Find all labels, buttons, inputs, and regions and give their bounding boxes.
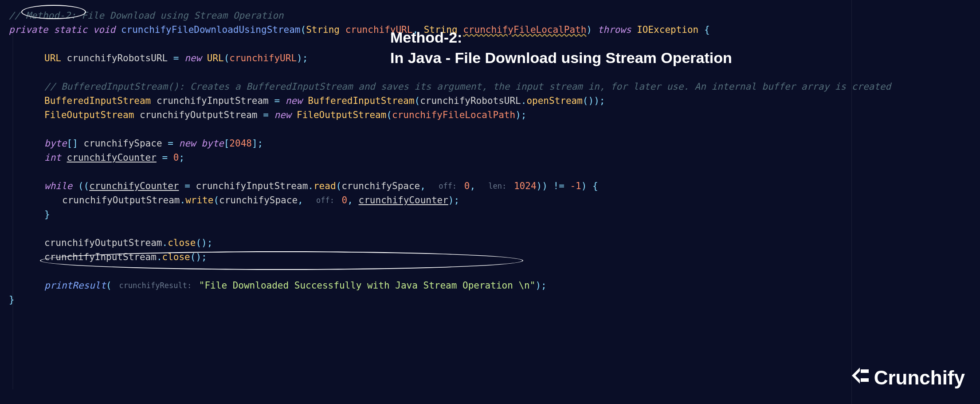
brace-open: { <box>592 179 598 194</box>
semicolon: ; <box>207 236 213 250</box>
method-call: openStream <box>526 94 582 108</box>
var-out: crunchifyOutputStream <box>62 194 180 208</box>
brackets: [] <box>67 137 78 151</box>
method-close: close <box>162 250 190 265</box>
dot: . <box>308 179 314 194</box>
blank-line <box>9 222 971 236</box>
blank-line <box>9 265 971 279</box>
ctor-name: URL <box>207 51 224 66</box>
number-literal: 0 <box>342 194 348 208</box>
ctor-name: BufferedInputStream <box>308 94 414 108</box>
comma: , <box>470 179 486 194</box>
code-line: crunchifyOutputStream . write ( crunchif… <box>9 194 971 208</box>
comma: , <box>420 179 437 194</box>
method-name: crunchifyFileDownloadUsingStream <box>121 23 301 37</box>
keyword-private: private <box>9 23 48 37</box>
paren-close: ) <box>297 51 302 66</box>
annotation-callout: Method-2: In Java - File Download using … <box>390 28 732 68</box>
callout-line2: In Java - File Download using Stream Ope… <box>390 48 732 68</box>
code-line: } <box>9 293 971 307</box>
inlay-hint-off: off: <box>437 181 459 192</box>
comment-text: // Method-2: File Download using Stream … <box>9 9 284 23</box>
arg-counter: crunchifyCounter <box>359 194 448 208</box>
code-line: int crunchifyCounter = 0 ; <box>9 151 971 165</box>
arg-space: crunchifySpace <box>341 179 420 194</box>
var-counter: crunchifyCounter <box>89 179 179 194</box>
parens: () <box>190 250 201 265</box>
var-in: crunchifyInputStream <box>196 179 308 194</box>
keyword-new: new <box>184 51 201 66</box>
semicolon: ; <box>541 279 547 293</box>
paren-open: ( <box>301 23 306 37</box>
semicolon: ; <box>302 51 308 66</box>
ctor-name: FileOutputStream <box>297 108 386 123</box>
semicolon: ; <box>179 151 185 165</box>
code-line: } <box>9 208 971 222</box>
semicolon: ; <box>521 108 527 123</box>
paren-close: ) <box>535 279 541 293</box>
param-type: String <box>306 23 340 37</box>
brace-close: } <box>44 208 50 222</box>
keyword-new: new <box>179 137 196 151</box>
arg-space: crunchifySpace <box>219 194 298 208</box>
var-out: crunchifyOutputStream <box>44 236 162 250</box>
paren-open: ( <box>415 94 420 108</box>
parens: () <box>196 236 207 250</box>
number-literal: 1024 <box>514 179 537 194</box>
number-literal: 0 <box>464 179 470 194</box>
assign-op: = <box>162 151 168 165</box>
method-close: close <box>168 236 196 250</box>
inlay-hint-result: crunchifyResult: <box>117 280 193 292</box>
semicolon: ; <box>600 94 605 108</box>
parens: ()) <box>583 94 600 108</box>
arg-name: crunchifyURL <box>229 51 297 66</box>
paren-open: ( <box>224 51 230 66</box>
keyword-new: new <box>286 94 302 108</box>
code-line: // Method-2: File Download using Stream … <box>9 9 971 23</box>
neq-op: != <box>553 179 564 194</box>
dot: . <box>162 236 168 250</box>
type-byte: byte <box>44 137 67 151</box>
type-name: BufferedInputStream <box>44 94 151 108</box>
var-name: crunchifySpace <box>84 137 162 151</box>
assign-op: = <box>173 51 179 66</box>
paren-open: ( <box>386 108 392 123</box>
comma: , <box>298 194 314 208</box>
semicolon: ; <box>201 250 207 265</box>
code-line: byte [] crunchifySpace = new byte [ 2048… <box>9 137 971 151</box>
code-line: crunchifyInputStream . close () ; <box>9 250 971 265</box>
string-literal: "File Downloaded Successfully with Java … <box>199 279 536 293</box>
svg-rect-1 <box>861 378 869 382</box>
paren-open: ( <box>213 194 219 208</box>
assign-op: = <box>274 94 280 108</box>
code-line: FileOutputStream crunchifyOutputStream =… <box>9 108 971 123</box>
crunchify-logo: Crunchify <box>849 363 965 392</box>
dot: . <box>157 250 162 265</box>
blank-line <box>9 165 971 179</box>
code-line: crunchifyOutputStream . close () ; <box>9 236 971 250</box>
assign-op: = <box>168 137 173 151</box>
comma: , <box>347 194 358 208</box>
semicolon: ; <box>258 137 263 151</box>
code-line: while (( crunchifyCounter = crunchifyInp… <box>9 179 971 194</box>
assign-op: = <box>263 108 269 123</box>
callout-line1: Method-2: <box>390 28 732 48</box>
var-in: crunchifyInputStream <box>44 250 157 265</box>
keyword-void: void <box>93 23 116 37</box>
method-write: write <box>185 194 213 208</box>
type-byte: byte <box>201 137 224 151</box>
comment-text: // BufferedInputStream(): Creates a Buff… <box>44 80 891 94</box>
blank-line <box>9 123 971 137</box>
code-line: printResult ( crunchifyResult: "File Dow… <box>9 279 971 293</box>
paren-open: ( <box>336 179 342 194</box>
keyword-static: static <box>54 23 87 37</box>
paren-close: ) <box>515 108 521 123</box>
var-name: crunchifyCounter <box>67 151 157 165</box>
number-literal: -1 <box>570 179 581 194</box>
arg-name: crunchifyFileLocalPath <box>392 108 515 123</box>
dot: . <box>521 94 527 108</box>
inlay-hint-len: len: <box>486 181 508 192</box>
paren-open: ( <box>106 279 112 293</box>
paren-close: )) <box>537 179 548 194</box>
logo-text: Crunchify <box>874 363 965 392</box>
